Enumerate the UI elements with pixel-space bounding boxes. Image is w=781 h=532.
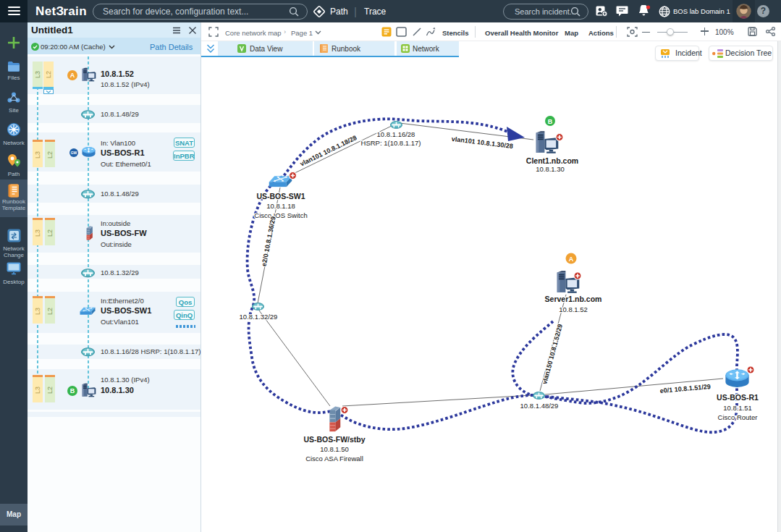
svg-text:B: B [548,118,553,125]
svg-text:10.8.1.52: 10.8.1.52 [559,305,588,313]
svg-text:HSRP: 1(10.8.1.17): HSRP: 1(10.8.1.17) [361,139,421,147]
svg-text:e2/0 10.8.1.36/29: e2/0 10.8.1.36/29 [260,216,276,267]
svg-text:US-BOS-FW/stby: US-BOS-FW/stby [303,435,365,444]
svg-text:e0/1 10.8.1.51/29: e0/1 10.8.1.51/29 [659,383,711,394]
svg-text:10.8.1.30: 10.8.1.30 [536,165,565,173]
svg-text:vlan150 10.8.1.52/29: vlan150 10.8.1.52/29 [541,324,564,385]
svg-text:US-BOS-SW1: US-BOS-SW1 [256,192,305,200]
svg-text:Server1.nb.com: Server1.nb.com [545,295,602,303]
svg-text:vlan101 10.8.1.18/28: vlan101 10.8.1.18/28 [299,134,358,168]
svg-text:A: A [569,256,574,263]
svg-text:10.8.1.51: 10.8.1.51 [723,404,752,412]
svg-text:Cisco Router: Cisco Router [718,413,758,421]
svg-text:Cisco ASA Firewall: Cisco ASA Firewall [305,455,363,463]
svg-text:10.8.1.48/29: 10.8.1.48/29 [520,402,559,410]
svg-text:Clent1.nb.com: Clent1.nb.com [526,156,578,165]
svg-text:10.8.1.18: 10.8.1.18 [266,202,295,210]
svg-text:10.8.1.16/28: 10.8.1.16/28 [377,130,415,138]
svg-text:US-BOS-R1: US-BOS-R1 [717,393,759,402]
svg-text:vlan101 10.8.1.30/28: vlan101 10.8.1.30/28 [451,135,513,150]
svg-text:10.8.1.50: 10.8.1.50 [320,445,349,453]
svg-text:Cisco IOS Switch: Cisco IOS Switch [254,211,307,219]
svg-text:10.8.1.32/29: 10.8.1.32/29 [240,313,278,321]
